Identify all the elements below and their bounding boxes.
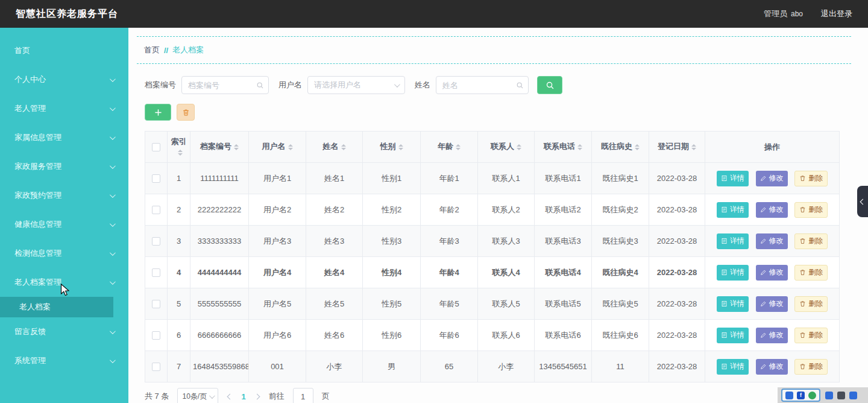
- document-icon: [721, 238, 728, 244]
- edit-button[interactable]: 修改: [756, 328, 788, 343]
- sidebar-item-testing-info-management[interactable]: 检测信息管理: [0, 239, 128, 268]
- add-button[interactable]: [145, 104, 171, 121]
- column-header-index[interactable]: 索引: [168, 132, 190, 163]
- app-f-icon[interactable]: f: [797, 392, 805, 399]
- table-header-row: 索引档案编号用户名姓名性别年龄联系人联系电话既往病史登记日期操作: [145, 132, 840, 163]
- column-header-medical-history[interactable]: 既往病史: [592, 132, 649, 163]
- delete-button[interactable]: 删除: [794, 359, 828, 375]
- detail-button[interactable]: 详情: [717, 202, 749, 218]
- column-header-gender[interactable]: 性别: [363, 132, 421, 163]
- row-checkbox[interactable]: [152, 237, 160, 246]
- edit-button[interactable]: 修改: [756, 359, 788, 375]
- sort-icon: [398, 142, 403, 153]
- column-header-label: 既往病史: [601, 142, 632, 151]
- column-header-age[interactable]: 年龄: [421, 132, 478, 163]
- prev-page-button[interactable]: [227, 392, 233, 401]
- cell-medical-history: 既往病史1: [592, 163, 649, 194]
- pagination-total: 共 7 条: [145, 391, 169, 402]
- column-header-operations: 操作: [705, 132, 840, 163]
- next-page-button[interactable]: [254, 392, 260, 401]
- globe-app-icon[interactable]: [808, 392, 816, 399]
- sidebar-item-housekeeping-booking-management[interactable]: 家政预约管理: [0, 181, 128, 210]
- sidebar-item-housekeeping-service-management[interactable]: 家政服务管理: [0, 152, 128, 181]
- goto-page-input[interactable]: [293, 388, 313, 403]
- batch-delete-button[interactable]: [177, 104, 195, 121]
- edit-button[interactable]: 修改: [756, 202, 788, 218]
- search-button[interactable]: [537, 76, 562, 94]
- detail-button[interactable]: 详情: [717, 328, 749, 343]
- delete-button[interactable]: 删除: [794, 171, 828, 186]
- row-checkbox[interactable]: [152, 363, 160, 371]
- column-header-label: 操作: [764, 142, 780, 151]
- delete-button[interactable]: 删除: [794, 296, 828, 312]
- cell-medical-history: 既往病史5: [592, 288, 649, 320]
- select-all-header: [145, 132, 168, 163]
- detail-button[interactable]: 详情: [717, 296, 749, 312]
- panel-collapse-handle[interactable]: [857, 186, 868, 217]
- cell-register-date: 2022-03-28: [649, 226, 705, 257]
- sidebar-item-health-info-management[interactable]: 健康信息管理: [0, 210, 128, 239]
- cell-register-date: 2022-03-28: [649, 163, 705, 194]
- username-select[interactable]: 请选择用户名: [307, 76, 405, 94]
- row-checkbox[interactable]: [152, 174, 160, 183]
- sidebar-item-personal-center[interactable]: 个人中心: [0, 65, 128, 94]
- cell-name: 姓名4: [306, 257, 363, 288]
- sidebar-item-family-info-management[interactable]: 家属信息管理: [0, 123, 128, 152]
- sidebar-item-elderly-archive-management[interactable]: 老人档案管理: [0, 268, 128, 297]
- row-checkbox-cell: [145, 194, 168, 226]
- tray-app-blue-1-icon[interactable]: [825, 392, 833, 399]
- row-checkbox[interactable]: [152, 331, 160, 340]
- sidebar-item-system-management[interactable]: 系统管理: [0, 346, 128, 375]
- column-header-contact-phone[interactable]: 联系电话: [535, 132, 592, 163]
- row-checkbox[interactable]: [152, 300, 160, 308]
- edit-button[interactable]: 修改: [756, 171, 788, 186]
- delete-button[interactable]: 删除: [794, 265, 828, 281]
- detail-button[interactable]: 详情: [717, 171, 749, 186]
- column-header-username[interactable]: 用户名: [249, 132, 306, 163]
- sidebar-item-home[interactable]: 首页: [0, 36, 128, 65]
- name-input[interactable]: [436, 76, 529, 94]
- delete-button[interactable]: 删除: [794, 328, 828, 343]
- column-header-name[interactable]: 姓名: [306, 132, 363, 163]
- sidebar-item-elderly-management[interactable]: 老人管理: [0, 94, 128, 123]
- cell-medical-history: 既往病史6: [592, 320, 649, 351]
- cell-index: 4: [168, 257, 190, 288]
- sort-icon: [691, 142, 696, 153]
- pencil-icon: [760, 363, 767, 370]
- row-checkbox[interactable]: [152, 268, 160, 277]
- cell-index: 7: [168, 351, 190, 382]
- cell-contact: 联系人2: [478, 194, 535, 226]
- archive-no-label: 档案编号: [145, 80, 176, 90]
- sort-icon: [577, 142, 582, 153]
- select-all-checkbox[interactable]: [152, 143, 160, 151]
- sidebar-item-message-feedback[interactable]: 留言反馈: [0, 317, 128, 346]
- row-checkbox[interactable]: [152, 206, 160, 214]
- edit-button[interactable]: 修改: [756, 265, 788, 281]
- sort-icon: [234, 142, 239, 153]
- detail-button[interactable]: 详情: [717, 359, 749, 375]
- edit-button[interactable]: 修改: [756, 296, 788, 312]
- sidebar-item-elderly-archive[interactable]: 老人档案: [0, 297, 113, 317]
- column-header-archive-no[interactable]: 档案编号: [190, 132, 249, 163]
- taskbar-tray: [825, 392, 857, 399]
- detail-button[interactable]: 详情: [717, 265, 749, 281]
- breadcrumb-home[interactable]: 首页: [144, 45, 160, 56]
- cell-name: 姓名3: [306, 226, 363, 257]
- cell-index: 6: [168, 320, 190, 351]
- delete-button[interactable]: 删除: [794, 202, 828, 218]
- tray-app-dark-icon[interactable]: [837, 392, 845, 399]
- column-header-contact[interactable]: 联系人: [478, 132, 535, 163]
- column-header-register-date[interactable]: 登记日期: [649, 132, 705, 163]
- delete-button[interactable]: 删除: [794, 233, 828, 249]
- edit-button[interactable]: 修改: [756, 233, 788, 249]
- page-size-select[interactable]: 10条/页: [177, 388, 218, 403]
- chevron-down-icon: [394, 81, 400, 87]
- detail-button[interactable]: 详情: [717, 233, 749, 249]
- search-icon: [516, 81, 524, 92]
- tray-app-blue-2-icon[interactable]: [849, 392, 857, 399]
- browser-app-icon[interactable]: [785, 392, 793, 399]
- page-number-current[interactable]: 1: [241, 392, 245, 401]
- logout-button[interactable]: 退出登录: [821, 8, 852, 19]
- cell-register-date: 2022-03-28: [649, 194, 705, 226]
- chevron-right-icon: [254, 393, 260, 399]
